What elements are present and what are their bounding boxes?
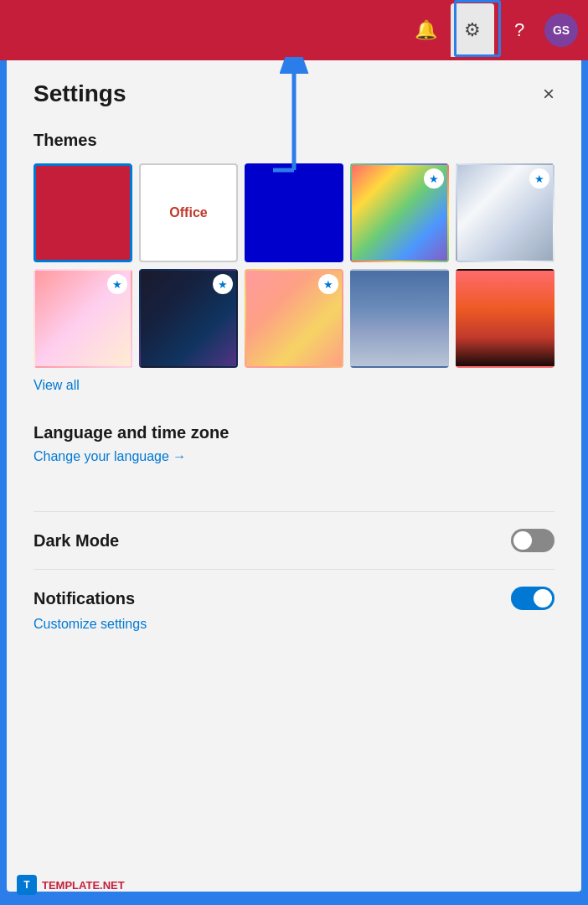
themes-section: Themes Office ★ ★ ★ ★ ★ bbox=[34, 131, 554, 423]
user-avatar[interactable]: GS bbox=[544, 13, 578, 47]
view-all-link[interactable]: View all bbox=[34, 378, 80, 393]
close-button[interactable]: × bbox=[543, 84, 554, 104]
customize-notifications-link[interactable]: Customize settings bbox=[34, 617, 147, 632]
change-language-link[interactable]: Change your language → bbox=[34, 449, 186, 464]
theme-red[interactable] bbox=[34, 163, 132, 262]
help-icon: ? bbox=[514, 19, 524, 41]
watermark-text: TEMPLATE.NET bbox=[42, 879, 125, 892]
watermark-text-accent: .NET bbox=[100, 879, 125, 892]
notifications-section: Notifications Customize settings bbox=[34, 569, 554, 669]
theme-fabric[interactable]: ★ bbox=[456, 163, 554, 262]
dark-mode-row: Dark Mode bbox=[34, 511, 554, 569]
star-badge: ★ bbox=[318, 274, 338, 294]
theme-rainbow[interactable]: ★ bbox=[350, 163, 449, 262]
arrow-svg bbox=[260, 57, 328, 174]
watermark-logo: T bbox=[17, 875, 37, 895]
toggle-knob bbox=[513, 531, 532, 550]
notifications-toggle[interactable] bbox=[511, 587, 554, 610]
theme-mountain[interactable] bbox=[350, 269, 449, 368]
settings-panel: Settings × Themes Office ★ ★ ★ ★ bbox=[7, 60, 581, 892]
theme-sports[interactable]: ★ bbox=[139, 269, 238, 368]
bell-icon: 🔔 bbox=[415, 19, 437, 41]
theme-office[interactable]: Office bbox=[139, 163, 238, 262]
theme-sunset[interactable] bbox=[456, 269, 554, 368]
settings-title: Settings bbox=[34, 80, 126, 107]
dark-mode-toggle[interactable] bbox=[511, 529, 554, 552]
dark-mode-label: Dark Mode bbox=[34, 531, 119, 551]
gear-icon: ⚙ bbox=[464, 19, 481, 41]
notifications-label: Notifications bbox=[34, 589, 135, 608]
theme-board-game[interactable]: ★ bbox=[245, 269, 343, 368]
star-badge: ★ bbox=[529, 168, 549, 189]
language-section-title: Language and time zone bbox=[34, 423, 554, 442]
toggle-knob bbox=[534, 589, 552, 608]
watermark: T TEMPLATE.NET bbox=[17, 875, 125, 895]
bell-icon-button[interactable]: 🔔 bbox=[404, 3, 447, 57]
themes-grid: Office ★ ★ ★ ★ ★ bbox=[34, 163, 554, 368]
notifications-row: Notifications bbox=[34, 587, 554, 610]
gear-icon-button[interactable]: ⚙ bbox=[451, 3, 494, 57]
star-badge: ★ bbox=[424, 168, 444, 189]
watermark-text-plain: TEMPLATE bbox=[42, 879, 100, 892]
header-bar: 🔔 ⚙ ? GS bbox=[0, 0, 588, 60]
star-badge: ★ bbox=[213, 274, 233, 294]
language-section: Language and time zone Change your langu… bbox=[34, 423, 554, 494]
theme-blue[interactable] bbox=[245, 163, 343, 262]
annotation-arrow bbox=[260, 57, 328, 174]
theme-anime[interactable]: ★ bbox=[34, 269, 132, 368]
star-badge: ★ bbox=[107, 274, 127, 294]
theme-office-label: Office bbox=[169, 205, 207, 220]
help-icon-button[interactable]: ? bbox=[498, 3, 541, 57]
